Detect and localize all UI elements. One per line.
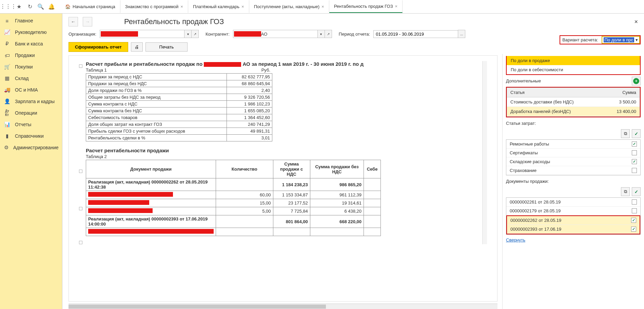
top-toolbar: ⋮⋮⋮ ★ ↻ 🔍 🔔 🏠 Начальная страница Знакомс… bbox=[0, 0, 644, 14]
print-button[interactable]: Печать bbox=[145, 42, 188, 52]
checkbox[interactable] bbox=[632, 199, 637, 205]
list-item[interactable]: Сертификаты bbox=[506, 149, 640, 157]
docs-label: Документы продажи: bbox=[506, 177, 641, 186]
checkbox[interactable] bbox=[632, 168, 637, 173]
report-area[interactable]: Расчет прибыли и рентабельности продаж п… bbox=[69, 55, 497, 302]
list-item[interactable]: 00000002393 от 17.06.19 bbox=[507, 225, 640, 234]
collapse-toggle[interactable] bbox=[79, 241, 82, 244]
menu-icon: ≡ bbox=[4, 18, 10, 24]
sidebar-item-operations[interactable]: ДтКтОперации bbox=[0, 107, 62, 119]
sidebar-item-admin[interactable]: ⚙Администрирование bbox=[0, 142, 62, 153]
printer-icon: 🖨 bbox=[135, 44, 139, 50]
checkbox[interactable] bbox=[632, 208, 637, 213]
tab-home[interactable]: 🏠 Начальная страница bbox=[60, 0, 120, 13]
tab-home-label: Начальная страница bbox=[73, 4, 115, 9]
content: ← → Рентабельность продаж ГОЗ × Организа… bbox=[62, 14, 644, 309]
list-item[interactable]: Ремонтные работы bbox=[506, 140, 640, 149]
cart-icon: 🛒 bbox=[4, 64, 10, 70]
sidebar-item-references[interactable]: ▮Справочники bbox=[0, 130, 62, 142]
vertical-scrollbar[interactable] bbox=[482, 61, 487, 244]
checkbox[interactable] bbox=[631, 218, 636, 223]
star-icon[interactable]: ★ bbox=[14, 1, 24, 12]
copy-button[interactable]: ⧉ bbox=[621, 187, 630, 196]
sidebar-item-main[interactable]: ≡Главное bbox=[0, 15, 62, 26]
sidebar-item-salary[interactable]: 👤Зарплата и кадры bbox=[0, 96, 62, 107]
form-report-button[interactable]: Сформировать отчет bbox=[69, 42, 128, 52]
org-label: Организация: bbox=[69, 32, 96, 37]
period-input[interactable] bbox=[373, 30, 458, 38]
variant-option-sale[interactable]: По доли в продаже bbox=[507, 56, 640, 65]
tab-profitability[interactable]: Рентабельность продаж ГОЗ× bbox=[329, 0, 403, 13]
table-row[interactable]: Доработка панелей (безНДС)13 400,00 bbox=[507, 107, 640, 116]
kontr-field[interactable]: АО ▾ ↗ bbox=[233, 30, 332, 38]
table2: Документ продажи Количество Сумма продаж… bbox=[86, 160, 381, 236]
bars-icon: 📊 bbox=[4, 121, 10, 128]
apps-icon[interactable]: ⋮⋮⋮ bbox=[3, 1, 14, 12]
close-page-icon[interactable]: × bbox=[634, 18, 638, 25]
report-title: Расчет прибыли и рентабельности продаж п… bbox=[86, 61, 480, 67]
checkbox[interactable] bbox=[632, 159, 637, 164]
page-title: Рентабельность продаж ГОЗ bbox=[124, 17, 224, 26]
collapse-toggle[interactable] bbox=[79, 170, 82, 173]
close-icon[interactable]: × bbox=[180, 4, 183, 9]
right-panel: Вариант расчета: По доли в прс▾ По доли … bbox=[502, 54, 644, 309]
checkbox[interactable] bbox=[631, 227, 636, 232]
collapse-toggle[interactable] bbox=[79, 64, 82, 68]
sidebar-item-manager[interactable]: 📈Руководителю bbox=[0, 26, 62, 38]
list-item[interactable]: Страхование bbox=[506, 166, 640, 175]
add-button[interactable]: + bbox=[632, 77, 641, 85]
sidebar-item-sales[interactable]: 🏷Продажи bbox=[0, 50, 62, 61]
tab-calendar[interactable]: Платёжный календарь× bbox=[188, 0, 249, 13]
list-item[interactable]: 00000002262 от 28.05.19 bbox=[507, 216, 640, 225]
costs-list: Ремонтные работы Сертификаты Складские р… bbox=[506, 139, 641, 175]
bell-icon[interactable]: 🔔 bbox=[46, 1, 57, 12]
tab-receipts[interactable]: Поступление (акты, накладные)× bbox=[249, 0, 329, 13]
action-row: Сформировать отчет 🖨 Печать bbox=[62, 40, 644, 54]
report-body: Расчет прибыли и рентабельности продаж п… bbox=[86, 61, 480, 244]
dropdown-icon[interactable]: ▾ bbox=[317, 30, 325, 38]
period-field[interactable]: ... bbox=[373, 30, 465, 38]
table2-title: Расчет рентабельности продажи bbox=[86, 148, 480, 153]
redacted bbox=[88, 192, 173, 197]
forward-button[interactable]: → bbox=[83, 17, 92, 26]
currency-label: Руб. bbox=[107, 67, 272, 73]
close-icon[interactable]: × bbox=[395, 4, 398, 9]
close-icon[interactable]: × bbox=[321, 4, 324, 9]
tab-intro[interactable]: Знакомство с программой× bbox=[120, 0, 188, 13]
sidebar: ≡Главное 📈Руководителю ₽Банк и касса 🏷Пр… bbox=[0, 14, 62, 309]
copy-button[interactable]: ⧉ bbox=[621, 129, 630, 138]
variant-option-cost[interactable]: По доли в себестоимости bbox=[507, 65, 640, 74]
sidebar-item-assets[interactable]: 🚚ОС и НМА bbox=[0, 84, 62, 96]
sidebar-item-bank[interactable]: ₽Банк и касса bbox=[0, 38, 62, 50]
sidebar-item-purchases[interactable]: 🛒Покупки bbox=[0, 61, 62, 73]
back-button[interactable]: ← bbox=[69, 17, 78, 26]
horizontal-scrollbar[interactable] bbox=[69, 304, 497, 309]
collapse-link[interactable]: Свернуть bbox=[506, 236, 641, 243]
list-item[interactable]: 00000002179 от 28.05.19 bbox=[506, 207, 640, 215]
sidebar-item-reports[interactable]: 📊Отчеты bbox=[0, 119, 62, 130]
checkbox[interactable] bbox=[632, 150, 637, 155]
journal-icon: ДтКт bbox=[4, 110, 10, 116]
additional-label: Дополнительные bbox=[506, 76, 541, 85]
open-icon[interactable]: ↗ bbox=[325, 30, 332, 38]
close-icon[interactable]: × bbox=[241, 4, 244, 9]
history-icon[interactable]: ↻ bbox=[24, 1, 35, 12]
check-all-button[interactable]: ✓ bbox=[632, 187, 641, 196]
gear-icon: ⚙ bbox=[4, 144, 8, 151]
search-icon[interactable]: 🔍 bbox=[35, 1, 46, 12]
check-all-button[interactable]: ✓ bbox=[632, 129, 641, 138]
org-field[interactable]: ▾ ↗ bbox=[100, 30, 199, 38]
list-item[interactable]: Складские расходы bbox=[506, 157, 640, 166]
print-icon-button[interactable]: 🖨 bbox=[131, 42, 143, 52]
table-row[interactable]: Стоимость доставки (без НДС)3 500,00 bbox=[507, 97, 640, 107]
sidebar-item-warehouse[interactable]: ▦Склад bbox=[0, 73, 62, 84]
ellipsis-button[interactable]: ... bbox=[458, 30, 465, 38]
open-icon[interactable]: ↗ bbox=[191, 30, 199, 38]
collapse-toggle[interactable] bbox=[79, 207, 82, 210]
docs-list: 00000002261 от 28.05.19 00000002179 от 2… bbox=[506, 197, 641, 235]
list-item[interactable]: 00000002261 от 28.05.19 bbox=[506, 198, 640, 207]
dropdown-icon[interactable]: ▾ bbox=[184, 30, 192, 38]
checkbox[interactable] bbox=[632, 141, 637, 147]
grid-icon: ▦ bbox=[4, 75, 10, 81]
filter-row: Организация: ▾ ↗ Контрагент: АО ▾ ↗ Пери… bbox=[62, 28, 644, 40]
